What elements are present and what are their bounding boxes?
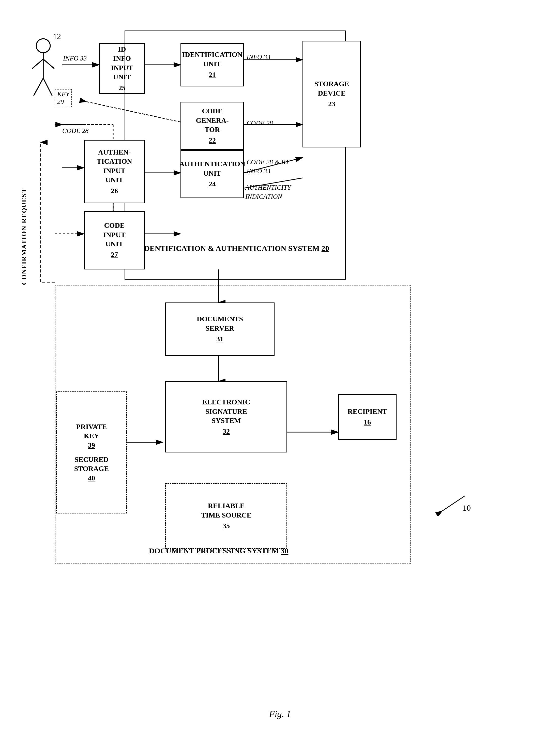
arrow-label-info33-storage: INFO 33 (247, 53, 270, 61)
recipient-box: RECIPIENT 16 (338, 394, 397, 440)
svg-point-28 (36, 39, 50, 53)
storage-device-box: STORAGEDEVICE 23 (302, 41, 361, 147)
svg-line-34 (442, 496, 465, 511)
user-person (31, 36, 56, 102)
id-auth-system-label: IDENTIFICATION & AUTHENTICATION SYSTEM 2… (131, 244, 339, 253)
reliable-time-source-box: RELIABLETIME SOURCE 35 (165, 483, 287, 549)
arrow-label-code28-user: CODE 28 (62, 127, 88, 135)
svg-line-32 (34, 78, 43, 96)
label-10-arrow (435, 491, 473, 516)
arrow-label-code28-id-info: CODE 28 & IDINFO 33 (247, 158, 288, 176)
key29-label: KEY29 (54, 89, 72, 107)
svg-line-31 (43, 59, 54, 69)
svg-line-30 (32, 59, 43, 69)
secured-storage-box: PRIVATEKEY39 SECUREDSTORAGE40 (56, 392, 127, 514)
documents-server-box: DOCUMENTSSERVER 31 (165, 302, 274, 356)
identification-unit-box: IDENTIFICATIONUNIT 21 (181, 43, 244, 86)
diagram-container: 12 INFO 33 KEY29 CODE 28 IDINFOINPUTUNIT… (15, 15, 545, 727)
figure-label: Fig. 1 (269, 709, 291, 719)
authen-input-unit-box: AUTHEN-TICATIONINPUTUNIT 26 (84, 140, 145, 203)
arrow-label-info33-user: INFO 33 (63, 54, 87, 62)
arrow-label-authenticity: AUTHENTICITYINDICATION (245, 183, 291, 201)
svg-line-33 (43, 78, 52, 96)
authentication-unit-box: AUTHENTICATIONUNIT 24 (181, 150, 244, 198)
code-input-unit-box: CODEINPUTUNIT 27 (84, 211, 145, 269)
arrow-label-code28-storage: CODE 28 (247, 119, 273, 127)
electronic-signature-box: ELECTRONICSIGNATURESYSTEM 32 (165, 381, 287, 452)
confirmation-request-label: CONFIRMATION REQUEST (20, 188, 28, 285)
code-generator-box: CODEGENERA-TOR 22 (181, 102, 244, 150)
